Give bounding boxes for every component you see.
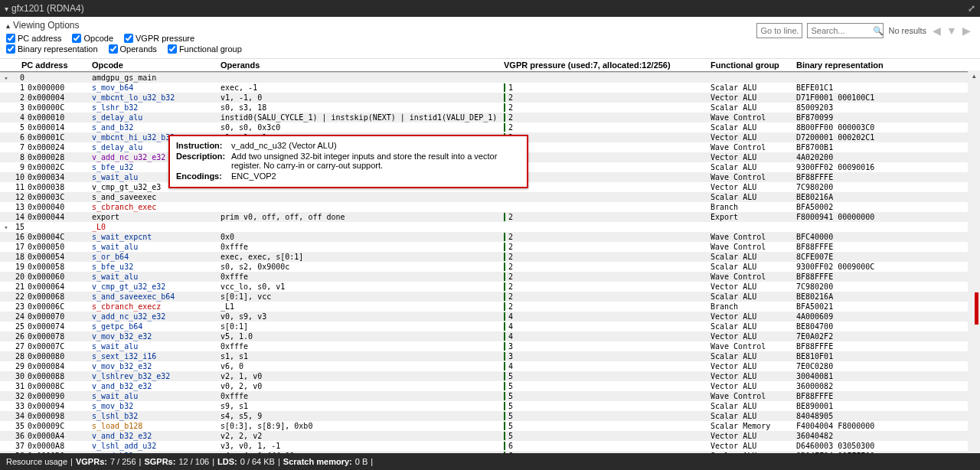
table-row[interactable]: 350x00009Cs_load_b128s[0:3], s[8:9], 0xb… bbox=[0, 421, 980, 431]
table-row[interactable]: 180x000054s_or_b64exec, exec, s[0:1]2Sca… bbox=[0, 252, 980, 262]
checkbox[interactable] bbox=[6, 34, 15, 43]
opcode: v_lshlrev_b32_e32 bbox=[92, 372, 220, 380]
table-row[interactable]: 320x000090s_wait_alu0xfffe5Wave ControlB… bbox=[0, 391, 980, 401]
table-row[interactable]: 280x000080s_sext_i32_i16s1, s13Scalar AL… bbox=[0, 351, 980, 361]
binary-representation: D71F0001 000100C1 bbox=[796, 93, 980, 102]
title-bar: ▾ gfx1201 (RDNA4) ⤢ bbox=[0, 0, 980, 17]
scrollbar[interactable]: ▴ bbox=[968, 70, 980, 453]
table-row[interactable]: 230x00006Cs_cbranch_execz_L12BranchBFA50… bbox=[0, 302, 980, 312]
tooltip-encodings-label: Encodings: bbox=[176, 171, 231, 181]
checkbox[interactable] bbox=[72, 34, 81, 43]
table-row[interactable]: 370x0000A8v_lshl_add_u32v3, v0, 1, -16Ve… bbox=[0, 441, 980, 451]
table-row[interactable]: ▾0amdgpu_gs_main bbox=[0, 73, 980, 83]
opcode: export bbox=[92, 213, 220, 221]
line-number: 8 bbox=[12, 153, 28, 162]
header-vgpr[interactable]: VGPR pressure (used:7, allocated:12/256) bbox=[504, 60, 710, 70]
table-row[interactable]: 30x00000Cs_lshr_b32s0, s3, 182Scalar ALU… bbox=[0, 103, 980, 113]
binary-representation: BF88FFFE bbox=[796, 243, 980, 251]
table-row[interactable]: 20x000004v_mbcnt_lo_u32_b32v1, -1, 02Vec… bbox=[0, 93, 980, 103]
opcode: s_cbranch_exec bbox=[92, 203, 220, 211]
vgpr-pressure: 5 bbox=[504, 412, 519, 420]
table-row[interactable]: 160x00004Cs_wait_expcnt0x02Wave ControlB… bbox=[0, 232, 980, 242]
opcode: s_delay_alu bbox=[92, 113, 220, 122]
table-row[interactable]: 300x000088v_lshlrev_b32_e32v2, 1, v05Vec… bbox=[0, 371, 980, 381]
table-row[interactable]: 330x000094s_mov_b32s9, s15Scalar ALUBE89… bbox=[0, 401, 980, 411]
option-checkbox[interactable]: Binary representation bbox=[6, 44, 98, 54]
table-row[interactable]: 130x000040s_cbranch_execBranchBFA50002 bbox=[0, 202, 980, 212]
table-row[interactable]: 190x000058s_bfe_u32s0, s2, 0x9000c2Scala… bbox=[0, 262, 980, 272]
pc-address: 0x000050 bbox=[28, 243, 92, 251]
binary-representation: BE80216A bbox=[796, 193, 980, 201]
table-row[interactable]: 170x000050s_wait_alu0xfffe2Wave ControlB… bbox=[0, 242, 980, 252]
checkbox[interactable] bbox=[168, 44, 177, 54]
table-row[interactable]: 10x000000s_mov_b64exec, -11Scalar ALUBEF… bbox=[0, 83, 980, 93]
table-row[interactable]: 210x000064v_cmp_gt_u32_e32vcc_lo, s0, v1… bbox=[0, 282, 980, 292]
expand-icon[interactable]: ▾ bbox=[0, 74, 12, 82]
checkbox[interactable] bbox=[109, 44, 118, 54]
checkbox[interactable] bbox=[6, 44, 15, 54]
chevron-down-icon[interactable]: ▾ bbox=[5, 5, 8, 13]
table-row[interactable]: 290x000084v_mov_b32_e32v6, 04Vector ALU7… bbox=[0, 361, 980, 371]
expand-icon[interactable]: ⤢ bbox=[968, 3, 975, 14]
table-row[interactable]: 200x000060s_wait_alu0xfffe2Wave ControlB… bbox=[0, 272, 980, 282]
option-checkbox[interactable]: Operands bbox=[109, 44, 157, 54]
table-row[interactable]: ▾15_L0 bbox=[0, 222, 980, 232]
table-row[interactable]: 270x00007Cs_wait_alu0xfffe3Wave ControlB… bbox=[0, 341, 980, 351]
pc-address: 0x000080 bbox=[28, 352, 92, 361]
header-functional-group[interactable]: Functional group bbox=[710, 60, 796, 70]
scroll-up-icon[interactable]: ▴ bbox=[968, 70, 980, 81]
status-bar: Resource usage | VGPRs: 7 / 256 | SGPRs:… bbox=[0, 453, 980, 470]
search-prev-icon[interactable]: ◀ bbox=[933, 24, 941, 37]
opcode: v_cmp_gt_u32_e32 bbox=[92, 282, 220, 291]
binary-representation: BEFE01C1 bbox=[796, 83, 980, 92]
line-number: 25 bbox=[12, 322, 28, 331]
opcode: v_mov_b32_e32 bbox=[92, 362, 220, 370]
option-checkbox[interactable]: Functional group bbox=[168, 44, 242, 54]
vgpr-pressure: 2 bbox=[504, 253, 519, 261]
header-operands[interactable]: Operands bbox=[220, 60, 504, 70]
checkbox-label: Binary representation bbox=[18, 44, 98, 54]
search-toggle-icon[interactable]: ▼ bbox=[946, 24, 957, 37]
option-checkbox[interactable]: VGPR pressure bbox=[124, 34, 194, 43]
table-row[interactable]: 340x000098s_lshl_b32s4, s5, 95Scalar ALU… bbox=[0, 411, 980, 421]
table-row[interactable]: 220x000068s_and_saveexec_b64s[0:1], vcc2… bbox=[0, 292, 980, 302]
pc-address: 0x000034 bbox=[28, 173, 92, 181]
vgpr-pressure: 5 bbox=[504, 422, 519, 430]
table-row[interactable]: 250x000074s_getpc_b64s[0:1]4Scalar ALUBE… bbox=[0, 321, 980, 331]
operands: 0xfffe bbox=[220, 392, 504, 400]
pc-address: 0x00007C bbox=[28, 342, 92, 351]
header-pc[interactable]: PC address bbox=[21, 60, 92, 70]
vgpr-pressure: 4 bbox=[504, 362, 519, 370]
option-checkbox[interactable]: PC address bbox=[6, 34, 61, 43]
line-number: 2 bbox=[12, 93, 28, 102]
functional-group: Scalar ALU bbox=[710, 292, 796, 301]
line-number: 37 bbox=[12, 442, 28, 450]
option-checkbox[interactable]: Opcode bbox=[72, 34, 113, 43]
table-row[interactable]: 50x000014s_and_b32s0, s0, 0x3c02Scalar A… bbox=[0, 122, 980, 132]
table-row[interactable]: 260x000078v_mov_b32_e32v5, 1.04Vector AL… bbox=[0, 331, 980, 341]
table-row[interactable]: 120x00003Cs_and_saveexecScalar ALUBE8021… bbox=[0, 192, 980, 202]
line-number: 4 bbox=[12, 113, 28, 122]
functional-group: Vector ALU bbox=[710, 183, 796, 191]
table-row[interactable]: 310x00008Cv_and_b32_e32v0, 2, v05Vector … bbox=[0, 381, 980, 391]
operands: exec, -1 bbox=[220, 83, 504, 92]
table-row[interactable]: 240x000070v_add_nc_u32_e32v0, s9, v34Vec… bbox=[0, 312, 980, 321]
header-binary[interactable]: Binary representation bbox=[796, 60, 980, 70]
pc-address: 0x000040 bbox=[28, 203, 92, 211]
header-opcode[interactable]: Opcode bbox=[92, 60, 220, 70]
line-number: 15 bbox=[12, 223, 28, 231]
table-row[interactable]: 40x000010s_delay_aluinstid0(SALU_CYCLE_1… bbox=[0, 113, 980, 122]
table-row[interactable]: 140x000044exportprim v0, off, off, off d… bbox=[0, 212, 980, 222]
expand-icon[interactable]: ▾ bbox=[0, 224, 12, 231]
table-row[interactable]: 360x0000A4v_and_b32_e32v2, 2, v25Vector … bbox=[0, 431, 980, 441]
window-title: gfx1201 (RDNA4) bbox=[11, 3, 84, 14]
goto-line-input[interactable] bbox=[756, 23, 802, 38]
checkbox[interactable] bbox=[124, 34, 133, 43]
chevron-up-icon[interactable]: ▴ bbox=[6, 21, 10, 30]
search-input[interactable] bbox=[807, 23, 884, 38]
line-number: 9 bbox=[12, 163, 28, 171]
pc-address: 0x000074 bbox=[28, 322, 92, 331]
disassembly-table[interactable]: ▾0amdgpu_gs_main10x000000s_mov_b64exec, … bbox=[0, 72, 980, 459]
search-next-icon[interactable]: ▶ bbox=[962, 24, 971, 37]
functional-group: Vector ALU bbox=[710, 312, 796, 321]
